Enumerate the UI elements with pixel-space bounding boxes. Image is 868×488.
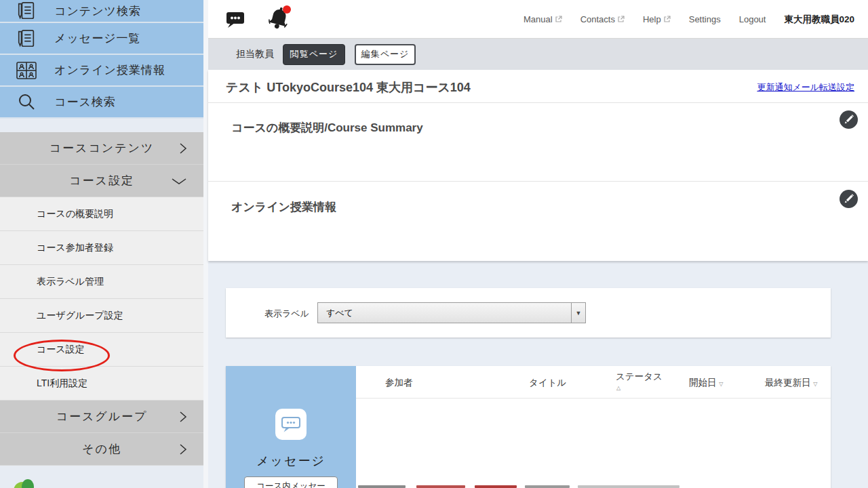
- sidebar-main-divider: [203, 0, 208, 488]
- display-label-label: 表示ラベル: [264, 308, 309, 320]
- column-label: 最終更新日: [765, 378, 811, 388]
- header-links: Manual Contacts Help Settings Logout 東大用…: [524, 0, 854, 39]
- table-body: [356, 399, 831, 488]
- link-label: Contacts: [580, 14, 615, 24]
- clipped-text-row: [358, 485, 697, 488]
- column-status[interactable]: ステータス: [616, 371, 663, 383]
- edit-online-class-pencil-button[interactable]: [840, 190, 858, 208]
- sidebar-item-display-label-management[interactable]: 表示ラベル管理: [0, 265, 203, 299]
- table-header: 参加者 タイトル ステータス △ 開始日 ▽ 最終更新日 ▽: [356, 366, 831, 399]
- message-category-panel: メッセージ コース内メッセー: [226, 366, 356, 488]
- group-label: コース設定: [69, 173, 134, 188]
- sub-item-label: コース設定: [37, 344, 85, 356]
- online-class-icon: [15, 61, 38, 80]
- sidebar-item-course-summary[interactable]: コースの概要説明: [0, 197, 203, 231]
- speech-bubble-icon: [275, 409, 307, 440]
- help-link[interactable]: Help: [643, 14, 671, 24]
- sidebar-item-online-class-info[interactable]: オンライン授業情報: [0, 55, 203, 87]
- tab-view-page[interactable]: 閲覧ページ: [283, 44, 345, 65]
- chevron-right-icon: [179, 443, 187, 455]
- display-label-filter-card: 表示ラベル すべて ▼: [226, 288, 831, 338]
- message-panel-title: メッセージ: [226, 453, 356, 469]
- sidebar-item-course-search[interactable]: コース検索: [0, 87, 203, 119]
- message-list-icon: [15, 28, 38, 49]
- sub-item-label: LTI利用設定: [37, 378, 87, 390]
- chevron-down-icon: [171, 177, 187, 185]
- column-label: 開始日: [689, 378, 717, 388]
- edit-summary-pencil-button[interactable]: [840, 110, 858, 129]
- column-participants[interactable]: 参加者: [385, 377, 413, 389]
- settings-link[interactable]: Settings: [689, 14, 721, 24]
- external-link-icon: [617, 16, 625, 23]
- course-title: テスト UTokyoCourse104 東大用コース104: [226, 79, 471, 96]
- username: 東大用教職員020: [784, 14, 854, 26]
- group-label: コースコンテンツ: [50, 140, 155, 156]
- column-title[interactable]: タイトル: [529, 377, 566, 389]
- sort-asc-icon[interactable]: △: [616, 385, 620, 391]
- link-label: Settings: [689, 14, 721, 24]
- course-content-card: テスト UTokyoCourse104 東大用コース104 更新通知メール転送設…: [208, 70, 868, 261]
- group-label: コースグループ: [56, 409, 148, 424]
- role-tab-bar: 担当教員 閲覧ページ 編集ページ: [208, 39, 868, 70]
- divider: [208, 102, 868, 103]
- tab-edit-page[interactable]: 編集ページ: [355, 44, 416, 65]
- notifications-bell-icon[interactable]: [267, 4, 294, 37]
- sub-item-label: コース参加者登録: [37, 242, 113, 254]
- sidebar: コンテンツ検索 メッセージ一覧 オンライン授業情報: [0, 0, 203, 488]
- sub-item-label: コースの概要説明: [37, 208, 113, 220]
- sidebar-item-message-list[interactable]: メッセージ一覧: [0, 23, 203, 55]
- column-last-updated[interactable]: 最終更新日 ▽: [765, 377, 817, 389]
- sidebar-group-course-contents[interactable]: コースコンテンツ: [0, 132, 203, 165]
- sort-desc-icon: ▽: [813, 381, 817, 387]
- sidebar-item-content-search[interactable]: コンテンツ検索: [0, 0, 203, 23]
- sidebar-item-label: メッセージ一覧: [54, 30, 141, 46]
- messages-icon[interactable]: [226, 12, 245, 31]
- manual-link[interactable]: Manual: [524, 14, 562, 24]
- select-arrow-icon: ▼: [571, 303, 585, 323]
- section-title-course-summary: コースの概要説明/Course Summary: [231, 120, 423, 136]
- sidebar-item-label: コース検索: [54, 94, 116, 110]
- sidebar-group-others[interactable]: その他: [0, 433, 203, 466]
- sidebar-group-course-settings[interactable]: コース設定: [0, 165, 203, 197]
- logo-circle: [22, 479, 34, 488]
- external-link-icon: [555, 16, 562, 23]
- notification-dot: [283, 5, 291, 14]
- sidebar-item-label: コンテンツ検索: [54, 3, 141, 19]
- sidebar-item-course-settings[interactable]: コース設定: [0, 333, 203, 367]
- sidebar-item-user-group-settings[interactable]: ユーザグループ設定: [0, 299, 203, 333]
- logo-partial: [14, 479, 41, 488]
- sidebar-group-course-group[interactable]: コースグループ: [0, 401, 203, 433]
- sidebar-item-lti-settings[interactable]: LTI利用設定: [0, 367, 203, 401]
- divider: [208, 181, 868, 182]
- section-title-online-class: オンライン授業情報: [231, 199, 336, 215]
- column-start-date[interactable]: 開始日 ▽: [689, 377, 723, 389]
- group-label: その他: [82, 441, 121, 457]
- sub-item-label: 表示ラベル管理: [37, 276, 104, 288]
- link-label: Manual: [524, 14, 553, 24]
- chevron-right-icon: [179, 411, 187, 423]
- message-table-card: メッセージ コース内メッセー 参加者 タイトル ステータス △ 開始日 ▽ 最終…: [226, 366, 831, 488]
- top-header: Manual Contacts Help Settings Logout 東大用…: [208, 0, 868, 39]
- display-label-select[interactable]: すべて ▼: [317, 302, 586, 323]
- sort-desc-icon: ▽: [719, 381, 723, 387]
- chevron-right-icon: [179, 142, 187, 155]
- sidebar-item-label: オンライン授業情報: [54, 62, 165, 78]
- role-label: 担当教員: [236, 48, 274, 60]
- sub-item-label: ユーザグループ設定: [37, 310, 123, 322]
- logout-link[interactable]: Logout: [739, 14, 766, 24]
- content-search-icon: [15, 1, 38, 21]
- course-search-icon: [15, 92, 38, 113]
- external-link-icon: [663, 16, 671, 23]
- sidebar-item-participant-registration[interactable]: コース参加者登録: [0, 231, 203, 265]
- selected-option: すべて: [318, 307, 571, 319]
- update-mail-forward-link[interactable]: 更新通知メール転送設定: [757, 81, 854, 94]
- sidebar-gap: [0, 119, 203, 132]
- link-label: Help: [643, 14, 661, 24]
- course-message-button[interactable]: コース内メッセー: [244, 476, 338, 488]
- link-label: Logout: [739, 14, 766, 24]
- contacts-link[interactable]: Contacts: [580, 14, 625, 24]
